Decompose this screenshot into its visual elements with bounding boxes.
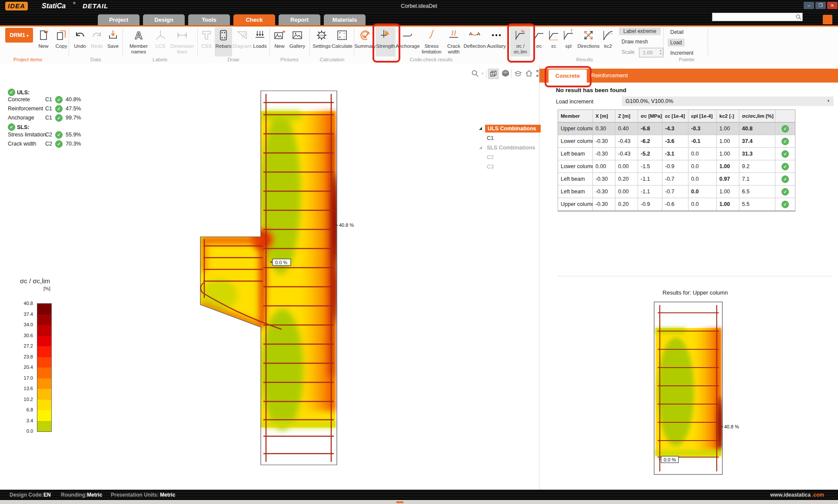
- group-label-draw: Draw: [228, 57, 239, 63]
- tab-project[interactable]: Project: [98, 14, 140, 25]
- undo-button[interactable]: Undo: [71, 27, 89, 56]
- epsilon-pl-button[interactable]: ! εpl: [562, 27, 575, 56]
- tree-expander-sls[interactable]: [479, 146, 482, 149]
- table-cell: -0.30: [593, 198, 615, 211]
- palette-increment-button[interactable]: Increment: [668, 49, 696, 57]
- magnifier-icon: [471, 70, 479, 77]
- epsilon-c-button[interactable]: εc: [547, 27, 561, 56]
- tree-item-c3[interactable]: C3: [487, 163, 494, 171]
- summary-row-combo: C1: [45, 96, 52, 103]
- label-extreme-toggle[interactable]: Label extreme: [619, 27, 661, 35]
- tab-check[interactable]: Check: [233, 14, 275, 25]
- new-project-item-button[interactable]: New: [35, 27, 52, 56]
- sigma-c-button[interactable]: σc: [532, 27, 546, 56]
- tab-tools[interactable]: Tools: [188, 14, 230, 25]
- table-cell: -3.1: [662, 148, 688, 160]
- results-table[interactable]: MemberX [m]Z [m]σc [MPa]εc [1e-4]εpl [1e…: [558, 109, 795, 212]
- solid-view-button[interactable]: [501, 69, 510, 78]
- tab-report[interactable]: Report: [279, 14, 320, 25]
- deflection-button[interactable]: Deflection: [464, 27, 485, 56]
- drm1-dropdown[interactable]: DRM1 ▾: [5, 28, 33, 43]
- stress-limitation-icon: [425, 27, 438, 43]
- scale-spinner[interactable]: 1.00 ▲ ▼: [639, 48, 663, 57]
- table-row[interactable]: Left beam-0.300.20-1.1-0.70.00.977.1✓: [558, 173, 795, 186]
- wireframe-cube-icon: [489, 70, 497, 78]
- ribbon: DRM1 ▾ New Copy Undo Redo Save: [0, 27, 838, 64]
- website-link[interactable]: www.ideastatica: [770, 492, 811, 498]
- auxiliary-button[interactable]: Auxiliary: [486, 27, 507, 56]
- table-row[interactable]: Lower column-0.30-0.43-6.2-3.6-0.11.0037…: [558, 135, 795, 148]
- pass-check-icon: ✓: [781, 138, 789, 145]
- sigma-ratio-button[interactable]: % σc / σc,lim: [510, 27, 530, 56]
- draw-mesh-toggle[interactable]: Draw mesh: [619, 38, 651, 46]
- tab-reinforcement[interactable]: Reinforcement: [591, 69, 628, 83]
- mini-max-value-label: 40.8 %: [724, 424, 739, 429]
- gallery-button[interactable]: Gallery: [288, 27, 307, 56]
- crack-width-button[interactable]: Crack width: [444, 27, 463, 56]
- load-increment-select[interactable]: G100.0%, V100.0% ▼: [622, 96, 834, 106]
- zoom-dropdown-caret[interactable]: ˅: [480, 69, 485, 78]
- table-row[interactable]: Left beam-0.300.00-1.1-0.70.01.006.5✓: [558, 186, 795, 198]
- group-label-project-items: Project items: [13, 57, 42, 63]
- new-picture-button[interactable]: New: [272, 27, 287, 56]
- copy-button[interactable]: Copy: [52, 27, 70, 56]
- palette-load-button[interactable]: Load: [668, 39, 685, 46]
- table-cell: 0.40: [615, 123, 638, 135]
- close-button[interactable]: ✕: [827, 2, 838, 9]
- summary-row-name: Anchorage: [8, 115, 34, 121]
- spinner-up-icon[interactable]: ▲: [659, 49, 662, 52]
- ribbon-divider: [509, 28, 509, 56]
- directions-button[interactable]: Directions: [577, 27, 600, 56]
- calculate-button[interactable]: +− ×÷ Calculate: [332, 27, 352, 56]
- lcs-button[interactable]: LCS: [153, 27, 168, 56]
- summary-row-name: Reinforcement: [8, 106, 43, 112]
- table-row[interactable]: Left beam-0.30-0.43-5.2-3.10.01.0031.3✓: [558, 148, 795, 160]
- diagram-button[interactable]: Diagram: [233, 27, 251, 56]
- table-row[interactable]: Lower column0.000.00-1.5-0.90.01.009.2✓: [558, 160, 795, 173]
- home-view-button[interactable]: [524, 69, 534, 78]
- member-names-button[interactable]: A Member names: [125, 27, 152, 56]
- strength-button[interactable]: Strength: [376, 27, 396, 56]
- table-header-cell: εc [1e-4]: [662, 110, 688, 123]
- redo-button[interactable]: Redo: [89, 27, 105, 56]
- dimension-lines-button[interactable]: Dimension lines: [169, 27, 196, 56]
- search-input[interactable]: [712, 13, 803, 21]
- notification-button[interactable]: [823, 15, 832, 24]
- website-tld[interactable]: .com: [812, 492, 824, 498]
- tab-concrete[interactable]: Concrete: [549, 70, 587, 83]
- loads-button[interactable]: Loads: [252, 27, 268, 56]
- css-button[interactable]: CSS: [199, 27, 214, 56]
- tree-item-sls-combinations[interactable]: SLS Combinations: [487, 144, 535, 152]
- legend-segment: [37, 368, 51, 378]
- table-cell: -0.43: [615, 148, 638, 160]
- axes-icon: [154, 27, 167, 43]
- clipping-view-button[interactable]: [513, 69, 523, 78]
- maximize-button[interactable]: ❐: [815, 2, 826, 9]
- minimize-button[interactable]: –: [804, 2, 814, 9]
- settings-button[interactable]: </> Settings: [312, 27, 331, 56]
- upper-column-mini-plot[interactable]: 40.8 % 0.0 %: [632, 300, 750, 479]
- zoom-tool-button[interactable]: [470, 69, 480, 78]
- tab-materials[interactable]: Materials: [324, 14, 366, 25]
- save-button[interactable]: Save: [105, 27, 121, 56]
- anchorage-button[interactable]: Anchorage: [396, 27, 419, 56]
- tree-expander-uls[interactable]: [479, 127, 482, 130]
- rebars-button[interactable]: Rebars: [215, 27, 232, 56]
- summary-button[interactable]: Summary: [356, 27, 375, 56]
- spinner-down-icon[interactable]: ▼: [659, 53, 662, 56]
- table-cell: -3.6: [662, 135, 688, 148]
- wireframe-view-button[interactable]: [488, 69, 499, 79]
- tree-item-c2[interactable]: C2: [487, 153, 494, 161]
- tab-design[interactable]: Design: [143, 14, 185, 25]
- tree-item-uls-combinations[interactable]: ULS Combinations: [485, 125, 541, 133]
- table-row[interactable]: Upper column0.300.40-6.8-4.3-0.31.0040.8…: [558, 123, 795, 135]
- tree-item-c1[interactable]: C1: [487, 134, 494, 142]
- palette-detail-button[interactable]: Detail: [668, 28, 686, 36]
- table-row[interactable]: Upper column-0.300.20-0.9-0.60.01.005.5✓: [558, 198, 795, 211]
- stress-limitation-button[interactable]: Stress limitation: [420, 27, 443, 56]
- table-cell: -0.30: [593, 148, 615, 160]
- deflection-icon: [468, 27, 481, 43]
- kc2-button[interactable]: kc2: [601, 27, 615, 56]
- corbel-stress-plot[interactable]: 40.8 % 0.0 %: [0, 63, 539, 490]
- summary-row-value: 40.8%: [66, 96, 81, 103]
